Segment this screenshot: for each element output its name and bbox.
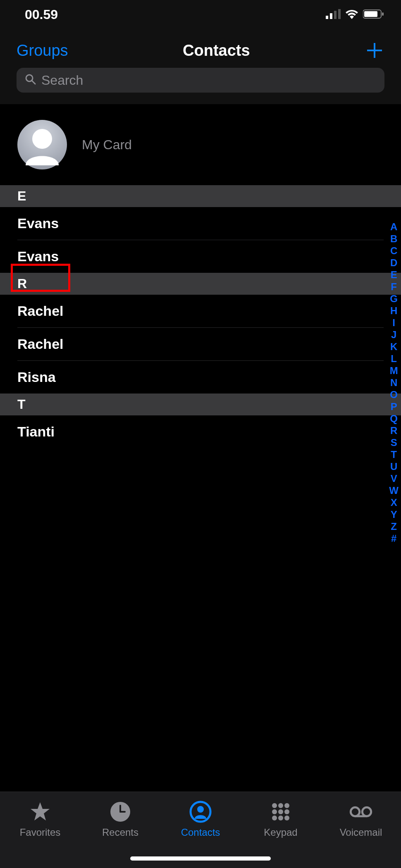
index-letter[interactable]: G — [390, 293, 398, 304]
index-letter[interactable]: J — [391, 329, 396, 340]
index-letter[interactable]: I — [392, 317, 395, 328]
index-letter[interactable]: A — [390, 221, 397, 232]
index-letter[interactable]: Z — [391, 521, 397, 532]
svg-rect-0 — [326, 16, 328, 19]
index-letter[interactable]: U — [390, 461, 397, 472]
svg-point-24 — [278, 816, 283, 820]
svg-point-20 — [272, 809, 277, 814]
contact-row[interactable]: Evans — [17, 207, 384, 240]
index-letter[interactable]: F — [391, 281, 397, 292]
svg-rect-5 — [364, 11, 377, 17]
index-letter[interactable]: S — [391, 437, 397, 448]
status-indicators — [326, 7, 384, 22]
svg-point-27 — [362, 807, 371, 816]
plus-icon — [365, 41, 384, 60]
index-letter[interactable]: V — [391, 473, 397, 484]
index-letter[interactable]: M — [390, 365, 398, 376]
tab-favorites[interactable]: Favorites — [0, 800, 80, 838]
search-container — [0, 68, 401, 104]
status-time: 00.59 — [25, 7, 58, 22]
tab-recents[interactable]: Recents — [80, 800, 160, 838]
svg-point-23 — [272, 816, 277, 820]
svg-point-16 — [197, 806, 204, 813]
tab-label: Voicemail — [340, 827, 382, 838]
tab-keypad[interactable]: Keypad — [241, 800, 321, 838]
alpha-index[interactable]: A B C D E F G H I J K L M N O P Q R S T … — [389, 221, 399, 544]
contact-row[interactable]: Evans — [17, 240, 384, 273]
index-letter[interactable]: E — [391, 269, 397, 280]
svg-rect-6 — [382, 12, 384, 16]
section-header-e: E — [0, 185, 401, 207]
add-contact-button[interactable] — [365, 41, 384, 60]
svg-point-19 — [284, 803, 289, 808]
my-card-label: My Card — [82, 137, 132, 153]
section-header-r: R — [0, 273, 401, 295]
tab-label: Keypad — [264, 827, 297, 838]
svg-point-26 — [351, 807, 359, 816]
tab-label: Favorites — [20, 827, 61, 838]
svg-rect-2 — [334, 11, 337, 19]
svg-point-22 — [284, 809, 289, 814]
section-header-t: T — [0, 393, 401, 415]
search-bar[interactable] — [17, 68, 384, 93]
index-letter[interactable]: N — [390, 377, 397, 388]
index-letter[interactable]: X — [391, 497, 397, 508]
index-letter[interactable]: D — [390, 257, 397, 268]
search-icon — [25, 74, 36, 87]
keypad-icon — [269, 800, 292, 823]
svg-point-11 — [32, 129, 52, 149]
svg-rect-1 — [330, 13, 332, 19]
tab-label: Recents — [102, 827, 138, 838]
tab-label: Contacts — [181, 827, 220, 838]
avatar — [17, 120, 67, 169]
person-icon — [17, 120, 67, 169]
index-letter[interactable]: W — [389, 485, 399, 496]
status-bar: 00.59 — [0, 0, 401, 29]
svg-point-17 — [272, 803, 277, 808]
svg-line-10 — [32, 81, 35, 84]
voicemail-icon — [349, 800, 372, 823]
svg-rect-3 — [338, 9, 341, 19]
index-letter[interactable]: C — [390, 245, 397, 256]
tab-voicemail[interactable]: Voicemail — [321, 800, 401, 838]
svg-point-21 — [278, 809, 283, 814]
index-letter[interactable]: K — [390, 341, 397, 352]
svg-point-18 — [278, 803, 283, 808]
index-letter[interactable]: L — [391, 353, 397, 364]
index-letter[interactable]: Q — [390, 413, 398, 424]
page-title: Contacts — [183, 42, 250, 60]
index-letter[interactable]: T — [391, 449, 397, 460]
battery-icon — [363, 7, 384, 22]
index-letter[interactable]: Y — [391, 509, 397, 520]
cellular-icon — [326, 7, 341, 22]
home-indicator[interactable] — [130, 856, 271, 861]
index-letter[interactable]: P — [391, 401, 397, 412]
search-input[interactable] — [41, 73, 376, 88]
index-letter[interactable]: R — [390, 425, 397, 436]
wifi-icon — [345, 7, 359, 22]
nav-header: Groups Contacts — [0, 29, 401, 68]
groups-button[interactable]: Groups — [17, 42, 68, 60]
tab-contacts[interactable]: Contacts — [160, 800, 241, 838]
person-circle-icon — [189, 800, 212, 823]
clock-icon — [109, 800, 132, 823]
contact-row[interactable]: Risna — [17, 361, 384, 393]
contact-row[interactable]: Rachel — [17, 328, 384, 361]
index-letter[interactable]: O — [390, 389, 398, 400]
contact-row[interactable]: Tianti — [17, 415, 384, 448]
star-icon — [29, 800, 52, 823]
index-letter[interactable]: H — [390, 305, 397, 316]
contact-row[interactable]: Rachel — [17, 295, 384, 328]
my-card-row[interactable]: My Card — [0, 104, 401, 185]
index-letter[interactable]: B — [390, 233, 397, 244]
svg-point-25 — [284, 816, 289, 820]
index-letter[interactable]: # — [391, 533, 396, 544]
